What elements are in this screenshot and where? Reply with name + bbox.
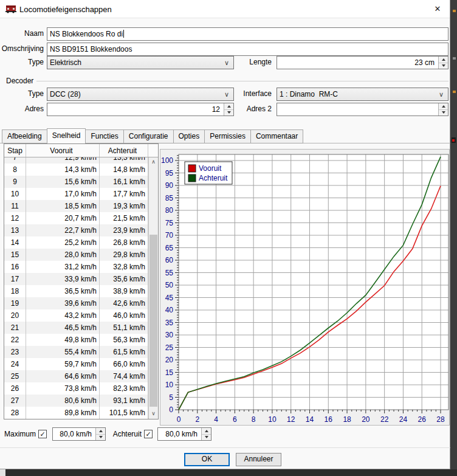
table-row[interactable]: 1425,2 km/h26,8 km/h (4, 236, 148, 249)
adres-stepper[interactable]: 12 (47, 103, 234, 116)
maximum-spin-buttons[interactable] (95, 428, 105, 440)
partially-scrolled-row: 712,9 km/h13,3 km/h (4, 157, 148, 164)
table-row[interactable]: 1631,2 km/h32,8 km/h (4, 261, 148, 273)
interface-select[interactable]: 1 : Dinamo RM-C∨ (277, 88, 448, 101)
tab-bar: AfbeeldingSnelheidFunctiesConfiguratieOp… (2, 128, 303, 143)
cell-vooruit: 15,6 km/h (26, 176, 100, 188)
lengte-spin-buttons[interactable] (438, 57, 448, 69)
scroll-up-icon[interactable]: ∧ (149, 157, 158, 167)
cell-stap: 16 (4, 261, 26, 273)
arrow-down-icon (442, 111, 445, 114)
cell-achteruit: 42,6 km/h (100, 297, 148, 309)
naam-input[interactable]: NS Blokkendoos Ro di (47, 27, 448, 41)
desktop-corner (0, 469, 5, 476)
naam-value: NS Blokkendoos Ro di (50, 30, 123, 38)
table-row[interactable]: 1733,9 km/h35,6 km/h (4, 273, 148, 285)
x-tick-label: 24 (399, 415, 408, 424)
achteruit-checkbox[interactable]: ✓ (144, 430, 153, 438)
x-tick-label: 2 (195, 415, 199, 424)
cell-achteruit: 32,8 km/h (100, 261, 148, 273)
table-scrollbar[interactable]: ∧ ∨ (148, 157, 158, 419)
legend-label: Achteruit (199, 174, 228, 182)
cell-vooruit: 59,7 km/h (26, 358, 100, 370)
spin-down-button[interactable] (202, 435, 211, 441)
table-row[interactable]: 814,3 km/h14,8 km/h (4, 164, 148, 176)
cell-stap: 8 (4, 164, 26, 176)
table-row[interactable]: 1528,0 km/h29,8 km/h (4, 249, 148, 261)
maximum-speed-stepper[interactable]: 80,0 km/h (52, 427, 106, 441)
tab-permissies[interactable]: Permissies (205, 129, 251, 143)
table-row[interactable]: 1836,5 km/h38,9 km/h (4, 285, 148, 297)
tab-functies[interactable]: Functies (86, 129, 123, 143)
table-row[interactable]: 2459,7 km/h66,0 km/h (4, 358, 148, 370)
cell-achteruit: 35,6 km/h (100, 273, 148, 285)
table-row[interactable]: 1322,7 km/h23,9 km/h (4, 224, 148, 236)
x-tick-label: 18 (343, 415, 351, 424)
table-row[interactable]: 2564,6 km/h74,4 km/h (4, 370, 148, 382)
table-row[interactable]: 1939,6 km/h42,6 km/h (4, 297, 148, 309)
tab-opties[interactable]: Opties (174, 129, 205, 143)
ok-button[interactable]: OK (184, 453, 230, 466)
cell-vooruit: 17,0 km/h (26, 188, 100, 200)
table-row[interactable]: 2780,6 km/h93,1 km/h (4, 395, 148, 407)
scroll-down-icon[interactable]: ∨ (149, 409, 158, 419)
lengte-stepper[interactable]: 23 cm (277, 56, 448, 69)
achteruit-speed-stepper[interactable]: 80,0 km/h (157, 427, 211, 441)
table-row[interactable]: 1017,0 km/h17,7 km/h (4, 188, 148, 200)
annuleer-button[interactable]: Annuleer (236, 453, 281, 466)
column-header-achteruit[interactable]: Achteruit (100, 144, 148, 157)
achteruit-speed-value: 80,0 km/h (165, 430, 198, 438)
scrollbar-thumb[interactable] (149, 235, 157, 407)
column-header-stap[interactable]: Stap (4, 144, 26, 157)
legend-swatch (188, 174, 196, 182)
spin-up-button[interactable] (439, 103, 448, 110)
cell-stap: 24 (4, 358, 26, 370)
maximum-checkbox[interactable]: ✓ (38, 430, 47, 438)
cell-achteruit: 46,0 km/h (100, 309, 148, 322)
interface-value: 1 : Dinamo RM-C (280, 90, 338, 98)
table-row[interactable]: 2249,8 km/h56,3 km/h (4, 334, 148, 346)
close-icon[interactable]: ✕ (429, 4, 446, 15)
decoder-type-select[interactable]: DCC (28)∨ (47, 88, 234, 101)
table-row[interactable]: 2146,5 km/h51,1 km/h (4, 322, 148, 334)
spin-up-button[interactable] (96, 428, 105, 435)
omschrijving-value: NS BD9151 Blokkendoos (50, 45, 132, 53)
table-row[interactable]: 2673,8 km/h82,3 km/h (4, 382, 148, 395)
spin-down-button[interactable] (439, 63, 448, 69)
achteruit-spin-buttons[interactable] (201, 428, 211, 440)
y-tick-label: 50 (165, 281, 174, 289)
adres2-spin-buttons[interactable] (438, 103, 448, 116)
y-tick-label: 70 (165, 231, 174, 240)
table-row[interactable]: 2355,4 km/h61,5 km/h (4, 346, 148, 358)
table-row[interactable]: 2889,8 km/h101,5 km/h (4, 407, 148, 419)
cell-vooruit: 55,4 km/h (26, 346, 100, 358)
omschrijving-input[interactable]: NS BD9151 Blokkendoos (47, 43, 448, 56)
arrow-down-icon (205, 436, 208, 438)
tab-afbeelding[interactable]: Afbeelding (2, 129, 47, 143)
tab-configuratie[interactable]: Configuratie (124, 129, 174, 143)
tab-commentaar[interactable]: Commentaar (251, 129, 303, 143)
spin-up-button[interactable] (202, 428, 211, 435)
y-tick-label: 25 (165, 343, 174, 352)
table-header: Stap Vooruit Achteruit (4, 144, 158, 157)
table-row[interactable]: 1118,5 km/h19,3 km/h (4, 200, 148, 212)
desktop-background-strip (450, 0, 457, 476)
table-row[interactable]: 712,9 km/h13,3 km/h (4, 157, 148, 164)
spin-down-button[interactable] (439, 110, 448, 116)
table-row[interactable]: 2043,2 km/h46,0 km/h (4, 309, 148, 322)
table-row[interactable]: 1220,7 km/h21,5 km/h (4, 212, 148, 224)
table-row[interactable]: 915,6 km/h16,1 km/h (4, 176, 148, 188)
spin-down-button[interactable] (96, 435, 105, 441)
type-select[interactable]: Elektrisch∨ (47, 56, 234, 69)
y-tick-label: 40 (165, 306, 174, 314)
legend-label: Vooruit (199, 164, 222, 173)
spin-up-button[interactable] (439, 57, 448, 63)
y-tick-label: 60 (165, 256, 174, 264)
cell-stap: 26 (4, 382, 26, 395)
cell-stap: 18 (4, 285, 26, 297)
cell-stap: 27 (4, 395, 26, 407)
x-tick-label: 0 (177, 415, 181, 424)
column-header-vooruit[interactable]: Vooruit (26, 144, 100, 157)
tab-snelheid[interactable]: Snelheid (47, 128, 86, 143)
adres2-stepper[interactable] (277, 103, 448, 116)
